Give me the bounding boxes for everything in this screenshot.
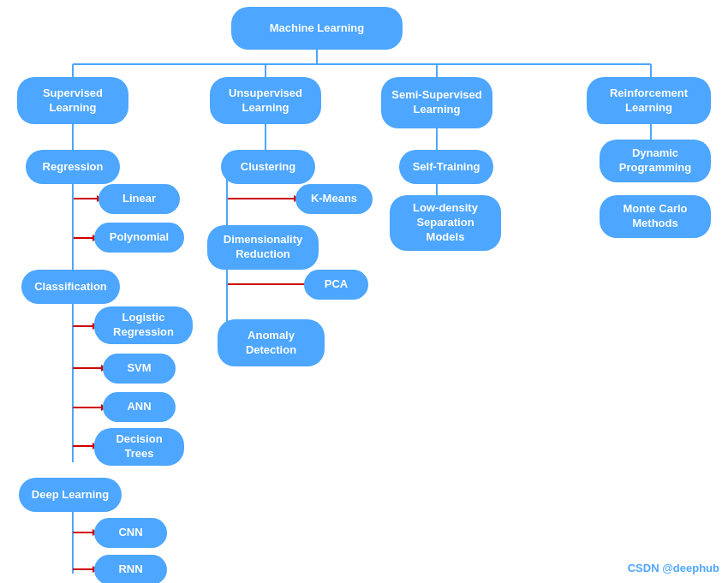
linear-node: Linear xyxy=(98,184,180,214)
deep-node: Deep Learning xyxy=(19,478,122,512)
semi-node: Semi-Supervised Learning xyxy=(381,77,492,128)
montecarlo-node: Monte Carlo Methods xyxy=(600,195,711,238)
rnn-node: RNN xyxy=(94,555,167,583)
anomaly-node: Anomaly Detection xyxy=(218,319,325,366)
svm-node: SVM xyxy=(103,354,176,384)
dt-node: Decision Trees xyxy=(94,428,184,466)
polynomial-node: Polynomial xyxy=(94,223,184,253)
reinforcement-node: Reinforcement Learning xyxy=(587,77,711,124)
kmeans-node: K-Means xyxy=(295,184,373,214)
unsupervised-node: Unsupervised Learning xyxy=(210,77,321,124)
lowdensity-node: Low-density Separation Models xyxy=(390,195,501,251)
cnn-node: CNN xyxy=(94,518,167,548)
ml-node: Machine Learning xyxy=(231,7,403,50)
ann-node: ANN xyxy=(103,392,176,422)
logistic-node: Logistic Regression xyxy=(94,306,193,344)
supervised-node: Supervised Learning xyxy=(17,77,128,124)
regression-node: Regression xyxy=(26,150,120,184)
pca-node: PCA xyxy=(304,270,368,300)
watermark: CSDN @deephub xyxy=(628,562,719,574)
selftraining-node: Self-Training xyxy=(399,150,493,184)
dynamic-node: Dynamic Programming xyxy=(600,140,711,182)
clustering-node: Clustering xyxy=(221,150,315,184)
classification-node: Classification xyxy=(21,270,120,304)
dimred-node: Dimensionality Reduction xyxy=(207,225,319,270)
